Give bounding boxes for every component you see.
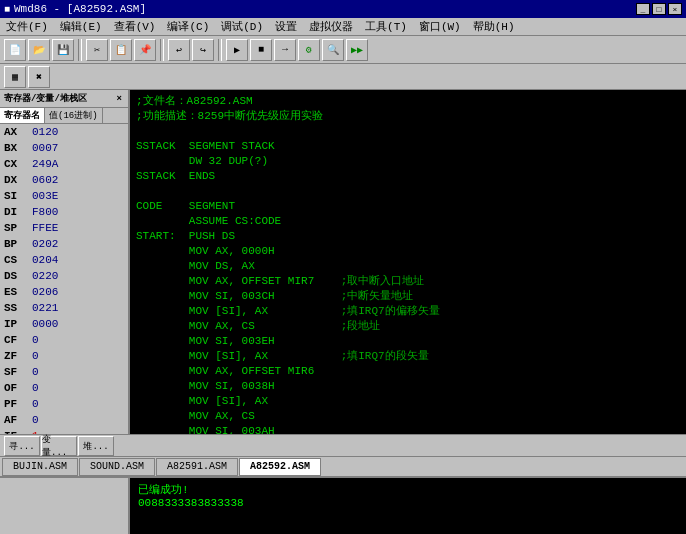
register-tabs: 寄存器名 值(16进制): [0, 108, 128, 124]
file-tab-1[interactable]: SOUND.ASM: [79, 458, 155, 476]
main-area: 寄存器/变量/堆栈区 × 寄存器名 值(16进制) AX0120BX0007CX…: [0, 90, 686, 434]
register-row: SF0: [0, 364, 128, 380]
code-line: SSTACK SEGMENT STACK: [136, 139, 680, 154]
code-line: SSTACK ENDS: [136, 169, 680, 184]
code-line: MOV AX, OFFSET MIR7 ;取中断入口地址: [136, 274, 680, 289]
code-line: MOV [SI], AX ;填IRQ7的段矢量: [136, 349, 680, 364]
maximize-button[interactable]: □: [652, 3, 666, 15]
register-name: DI: [4, 206, 32, 218]
menu-item-1[interactable]: 编辑(E): [54, 18, 108, 35]
register-panel-header: 寄存器/变量/堆栈区 ×: [0, 90, 128, 108]
code-line: MOV AX, CS ;段地址: [136, 319, 680, 334]
debug-button[interactable]: 🔍: [322, 39, 344, 61]
extra-button-1[interactable]: ▦: [4, 66, 26, 88]
register-value: F800: [32, 206, 58, 218]
register-row: IP0000: [0, 316, 128, 332]
menu-bar: 文件(F)编辑(E)查看(V)编译(C)调试(D)设置虚拟仪器工具(T)窗口(W…: [0, 18, 686, 36]
menu-item-2[interactable]: 查看(V): [108, 18, 162, 35]
paste-button[interactable]: 📌: [134, 39, 156, 61]
register-name: BP: [4, 238, 32, 250]
output-line: 已编成功!: [138, 482, 678, 497]
register-value: 0204: [32, 254, 58, 266]
copy-button[interactable]: 📋: [110, 39, 132, 61]
register-row: DIF800: [0, 204, 128, 220]
compile-button[interactable]: ▶▶: [346, 39, 368, 61]
menu-item-8[interactable]: 窗口(W): [413, 18, 467, 35]
stack-tab-btn[interactable]: 堆...: [78, 436, 114, 456]
reg-tab-value[interactable]: 值(16进制): [45, 108, 103, 123]
register-value: 0120: [32, 126, 58, 138]
register-value: FFEE: [32, 222, 58, 234]
register-value: 0202: [32, 238, 58, 250]
register-value: 0: [32, 334, 39, 346]
register-name: SS: [4, 302, 32, 314]
build-button[interactable]: ⚙: [298, 39, 320, 61]
code-line: [136, 184, 680, 199]
file-tabs: BUJIN.ASMSOUND.ASMA82591.ASMA82592.ASM: [0, 456, 686, 476]
code-line: MOV [SI], AX: [136, 394, 680, 409]
register-row: OF0: [0, 380, 128, 396]
open-button[interactable]: 📂: [28, 39, 50, 61]
register-value: 0: [32, 382, 39, 394]
code-panel[interactable]: ;文件名：A82592.ASM;功能描述：8259中断优先级应用实验 SSTAC…: [130, 90, 686, 434]
code-line: CODE SEGMENT: [136, 199, 680, 214]
register-name: BX: [4, 142, 32, 154]
step-button[interactable]: →: [274, 39, 296, 61]
register-row: PF0: [0, 396, 128, 412]
menu-item-6[interactable]: 虚拟仪器: [303, 18, 359, 35]
reg-tab-name[interactable]: 寄存器名: [0, 108, 45, 123]
var-tab-btn[interactable]: 变量...: [41, 436, 77, 456]
stop-button[interactable]: ■: [250, 39, 272, 61]
search-tab-btn[interactable]: 寻...: [4, 436, 40, 456]
status-tabs: 寻... 变量... 堆...: [0, 434, 686, 456]
register-row: SPFFEE: [0, 220, 128, 236]
title-bar-controls: _ □ ×: [636, 3, 682, 15]
menu-item-9[interactable]: 帮助(H): [467, 18, 521, 35]
code-line: [136, 124, 680, 139]
menu-item-5[interactable]: 设置: [269, 18, 303, 35]
code-line: MOV AX, 0000H: [136, 244, 680, 259]
file-tab-2[interactable]: A82591.ASM: [156, 458, 238, 476]
register-name: ZF: [4, 350, 32, 362]
close-button[interactable]: ×: [668, 3, 682, 15]
title-bar: ■ Wmd86 - [A82592.ASM] _ □ ×: [0, 0, 686, 18]
register-panel-close[interactable]: ×: [115, 94, 124, 104]
menu-item-4[interactable]: 调试(D): [215, 18, 269, 35]
code-line: MOV SI, 003CH ;中断矢量地址: [136, 289, 680, 304]
register-value: 0602: [32, 174, 58, 186]
register-row: BP0202: [0, 236, 128, 252]
file-tab-3[interactable]: A82592.ASM: [239, 458, 321, 476]
menu-item-7[interactable]: 工具(T): [359, 18, 413, 35]
register-name: CX: [4, 158, 32, 170]
undo-button[interactable]: ↩: [168, 39, 190, 61]
cut-button[interactable]: ✂: [86, 39, 108, 61]
register-name: CS: [4, 254, 32, 266]
register-row: ZF0: [0, 348, 128, 364]
register-name: AX: [4, 126, 32, 138]
menu-item-0[interactable]: 文件(F): [0, 18, 54, 35]
register-name: SP: [4, 222, 32, 234]
register-name: DX: [4, 174, 32, 186]
register-row: SS0221: [0, 300, 128, 316]
register-value: 003E: [32, 190, 58, 202]
register-value: 0: [32, 366, 39, 378]
minimize-button[interactable]: _: [636, 3, 650, 15]
bottom-left: [0, 478, 130, 534]
register-row: CS0204: [0, 252, 128, 268]
code-line: ASSUME CS:CODE: [136, 214, 680, 229]
save-button[interactable]: 💾: [52, 39, 74, 61]
new-button[interactable]: 📄: [4, 39, 26, 61]
code-line: MOV SI, 003EH: [136, 334, 680, 349]
extra-button-2[interactable]: ✖: [28, 66, 50, 88]
register-value: 0: [32, 398, 39, 410]
register-name: CF: [4, 334, 32, 346]
menu-item-3[interactable]: 编译(C): [161, 18, 215, 35]
redo-button[interactable]: ↪: [192, 39, 214, 61]
run-button[interactable]: ▶: [226, 39, 248, 61]
code-line: START: PUSH DS: [136, 229, 680, 244]
code-line: MOV AX, OFFSET MIR6: [136, 364, 680, 379]
file-tab-0[interactable]: BUJIN.ASM: [2, 458, 78, 476]
register-panel: 寄存器/变量/堆栈区 × 寄存器名 值(16进制) AX0120BX0007CX…: [0, 90, 130, 434]
register-value: 1: [32, 430, 39, 434]
register-name: DS: [4, 270, 32, 282]
